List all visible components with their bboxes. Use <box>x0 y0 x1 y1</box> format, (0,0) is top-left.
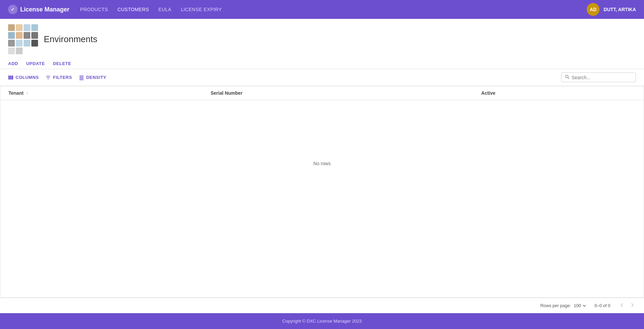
logo-tile <box>8 24 15 31</box>
logo-tile <box>31 24 38 31</box>
breadcrumb-area: Environments <box>0 19 644 57</box>
density-label: DENSITY <box>86 75 106 80</box>
brand-icon: ✓ <box>8 5 18 14</box>
rows-per-page-section: Rows per page: 100 <box>540 303 586 308</box>
pagination-nav <box>618 302 636 309</box>
table-container: Tenant ↑ Serial Number Active No rows <box>0 86 644 298</box>
navbar-right: AD DUTT, ARTIKA <box>587 3 636 16</box>
logo-tile <box>31 32 38 39</box>
delete-button[interactable]: DELETE <box>53 58 71 69</box>
svg-rect-1 <box>10 76 11 80</box>
navbar: ✓ License Manager PRODUCTS CUSTOMERS EUL… <box>0 0 644 19</box>
logo-tile <box>16 48 23 54</box>
svg-rect-2 <box>12 76 13 80</box>
logo-tile <box>8 40 15 47</box>
rows-per-page-label: Rows per page: <box>540 303 571 308</box>
table-header: Tenant ↑ Serial Number Active <box>0 86 644 100</box>
no-rows-text: No rows <box>313 161 330 166</box>
columns-button[interactable]: COLUMNS <box>8 75 39 80</box>
nav-license-expiry[interactable]: LICENSE EXPIRY <box>181 7 222 12</box>
data-table: Tenant ↑ Serial Number Active No rows <box>0 86 644 227</box>
search-icon <box>565 74 570 80</box>
navbar-nav: PRODUCTS CUSTOMERS EULA LICENSE EXPIRY <box>80 7 222 12</box>
svg-line-12 <box>568 78 570 79</box>
logo-tile <box>16 32 23 39</box>
density-icon <box>79 75 84 80</box>
navbar-left: ✓ License Manager PRODUCTS CUSTOMERS EUL… <box>8 5 222 14</box>
col-active[interactable]: Active <box>473 86 644 100</box>
logo-tile <box>24 24 30 31</box>
brand-name: License Manager <box>20 6 69 13</box>
next-page-button[interactable] <box>629 302 636 309</box>
search-wrapper <box>561 72 636 82</box>
col-tenant[interactable]: Tenant ↑ <box>0 86 202 100</box>
logo-tiles <box>8 24 38 54</box>
chevron-right-icon <box>630 303 635 307</box>
search-input[interactable] <box>572 75 632 80</box>
table-body: No rows <box>0 100 644 227</box>
add-button[interactable]: ADD <box>8 58 18 69</box>
main-content: Environments ADD UPDATE DELETE COLUMNS <box>0 19 644 313</box>
toolbar: COLUMNS FILTERS DENSITY <box>0 69 644 86</box>
rows-per-page-value: 100 <box>574 303 581 308</box>
chevron-left-icon <box>620 303 624 307</box>
toolbar-left: COLUMNS FILTERS DENSITY <box>8 75 106 80</box>
density-button[interactable]: DENSITY <box>79 75 106 80</box>
table-footer: Rows per page: 100 0–0 of 0 <box>0 298 644 313</box>
chevron-down-icon <box>582 304 586 308</box>
avatar: AD <box>587 3 600 16</box>
user-name: DUTT, ARTIKA <box>604 7 636 12</box>
page-title: Environments <box>44 34 97 44</box>
update-button[interactable]: UPDATE <box>26 58 45 69</box>
prev-page-button[interactable] <box>618 302 626 309</box>
nav-products[interactable]: PRODUCTS <box>80 7 108 12</box>
logo-tile <box>16 24 23 31</box>
logo-tile <box>8 32 15 39</box>
nav-customers[interactable]: CUSTOMERS <box>118 7 149 12</box>
columns-label: COLUMNS <box>15 75 39 80</box>
filters-icon <box>45 75 51 80</box>
nav-eula[interactable]: EULA <box>158 7 171 12</box>
sort-icon-tenant: ↑ <box>26 91 28 96</box>
logo-tile <box>8 48 15 54</box>
copyright-text: Copyright © DXC License Manager 2023 <box>282 319 362 324</box>
page-footer: Copyright © DXC License Manager 2023 <box>0 313 644 329</box>
filters-button[interactable]: FILTERS <box>45 75 72 80</box>
navbar-brand: ✓ License Manager <box>8 5 69 14</box>
rows-per-page-select[interactable]: 100 <box>574 303 586 308</box>
svg-rect-0 <box>8 76 10 80</box>
logo-tile <box>24 32 30 39</box>
logo-tile <box>16 40 23 47</box>
logo-tile <box>31 40 38 47</box>
actions-bar: ADD UPDATE DELETE <box>0 57 644 69</box>
col-serial-number[interactable]: Serial Number <box>202 86 473 100</box>
logo-tile <box>24 40 30 47</box>
filters-label: FILTERS <box>53 75 72 80</box>
pagination-info: 0–0 of 0 <box>594 303 610 308</box>
columns-icon <box>8 75 13 80</box>
svg-point-11 <box>566 75 568 78</box>
